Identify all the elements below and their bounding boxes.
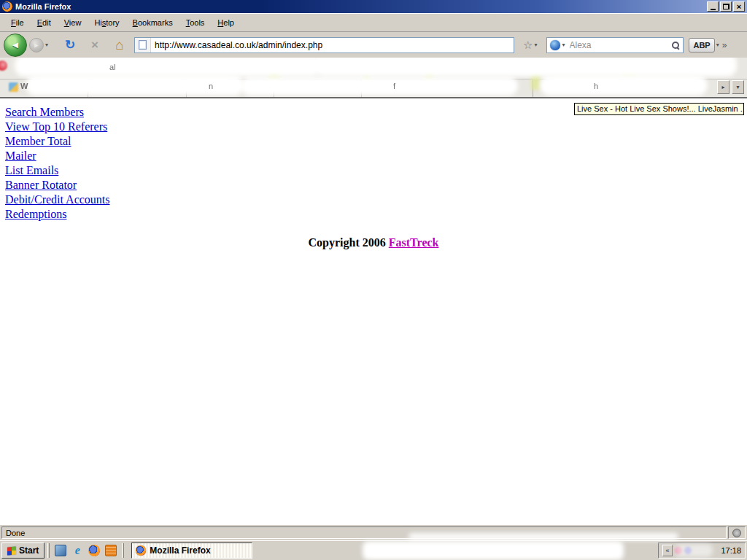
start-label: Start <box>19 545 39 556</box>
url-text[interactable]: http://www.casadeal.co.uk/admin/index.ph… <box>151 40 322 50</box>
bookmarks-and-tabs-band: W al n f h ▸ ▾ <box>0 58 747 98</box>
page-content: Search MembersView Top 10 ReferersMember… <box>0 98 747 524</box>
search-box[interactable]: ▾ Alexa <box>546 37 684 53</box>
start-button[interactable]: Start <box>1 542 44 559</box>
back-icon: ◄ <box>11 39 20 50</box>
tooltip-text: Live Sex - Hot Live Sex Shows!... LiveJa… <box>577 104 744 113</box>
adblock-button[interactable]: ABP <box>689 38 714 52</box>
menu-edit[interactable]: Edit <box>31 16 58 29</box>
firefox-icon[interactable] <box>88 545 100 556</box>
page-link[interactable]: Banner Rotator <box>5 178 110 192</box>
minimize-icon <box>711 9 716 10</box>
search-engine-dropdown[interactable]: ▾ <box>562 42 565 48</box>
page-icon <box>139 40 147 50</box>
firefox-icon <box>136 545 146 556</box>
reload-icon: ↻ <box>65 37 75 52</box>
internet-explorer-icon[interactable] <box>71 545 83 556</box>
redaction-smudge <box>675 544 713 557</box>
favicon-fragment <box>9 82 18 92</box>
copyright-text: Copyright 2006 <box>309 236 389 249</box>
close-button[interactable]: × <box>733 1 745 12</box>
redaction-smudge <box>241 77 518 96</box>
clock: 17:18 <box>721 546 741 555</box>
forward-dropdown[interactable]: ▾ <box>45 42 48 48</box>
search-engine-icon[interactable] <box>550 40 560 50</box>
toolbar-overflow-icon[interactable]: » <box>722 40 727 50</box>
page-link[interactable]: Redemptions <box>5 207 110 222</box>
page-link[interactable]: Debit/Credit Accounts <box>5 192 110 207</box>
tab-text-fragment: n <box>209 82 213 90</box>
favicon-fragment <box>0 61 7 71</box>
quick-launch <box>53 545 119 556</box>
page-link[interactable]: Search Members <box>5 105 110 120</box>
search-input[interactable]: Alexa <box>570 40 672 50</box>
toolbar-separator <box>47 543 50 558</box>
navigation-toolbar: ◄ ► ▾ ↻ × ⌂ http://www.casadeal.co.uk/ad… <box>0 31 747 58</box>
page-link[interactable]: Member Total <box>5 134 110 149</box>
tab-text-fragment: h <box>594 82 598 90</box>
tab-text-fragment: f <box>393 82 395 90</box>
page-links: Search MembersView Top 10 ReferersMember… <box>5 105 110 222</box>
windows-flag-icon <box>7 546 16 555</box>
fasttreck-link[interactable]: FastTreck <box>389 236 439 249</box>
stop-button[interactable]: × <box>86 36 104 54</box>
adblock-dropdown[interactable]: ▾ <box>716 42 719 48</box>
bookmark-text-fragment: al <box>109 63 116 71</box>
menu-file[interactable]: File <box>4 16 31 29</box>
back-button[interactable]: ◄ <box>4 34 27 57</box>
forward-icon: ► <box>34 42 40 49</box>
page-link[interactable]: Mailer <box>5 149 110 163</box>
statusbar-addon-cell[interactable] <box>728 526 746 539</box>
redaction-smudge <box>314 58 737 77</box>
minimize-button[interactable] <box>707 1 719 12</box>
firefox-app-icon <box>2 1 12 12</box>
page-link[interactable]: List Emails <box>5 163 110 178</box>
stop-icon: × <box>91 38 98 52</box>
show-desktop-icon[interactable] <box>55 545 66 556</box>
bookmark-star-icon[interactable]: ☆ <box>523 39 533 52</box>
tooltip: Live Sex - Hot Live Sex Shows!... LiveJa… <box>574 103 744 115</box>
menu-bookmarks[interactable]: Bookmarks <box>126 16 179 29</box>
title-bar: Mozilla Firefox × <box>0 0 747 13</box>
list-all-tabs-button[interactable]: ▾ <box>732 80 744 94</box>
task-button-label: Mozilla Firefox <box>150 545 210 556</box>
menu-history[interactable]: History <box>88 16 125 29</box>
menu-view[interactable]: View <box>58 16 88 29</box>
mail-icon[interactable] <box>105 545 117 556</box>
restore-icon <box>723 4 729 9</box>
home-icon: ⌂ <box>115 37 123 53</box>
search-icon[interactable] <box>671 41 680 50</box>
home-button[interactable]: ⌂ <box>111 36 128 54</box>
menu-tools[interactable]: Tools <box>179 16 212 29</box>
url-dropdown[interactable]: ▾ <box>534 42 537 48</box>
window-title: Mozilla Firefox <box>15 2 705 11</box>
task-button-firefox[interactable]: Mozilla Firefox <box>131 542 252 559</box>
forward-button[interactable]: ► <box>29 38 44 52</box>
restore-button[interactable] <box>720 1 732 12</box>
reload-button[interactable]: ↻ <box>61 36 79 54</box>
menu-bar: FileEditViewHistoryBookmarksToolsHelp <box>0 13 747 31</box>
page-link[interactable]: View Top 10 Referers <box>5 120 110 134</box>
menu-help[interactable]: Help <box>211 16 241 29</box>
toolbar-separator <box>122 543 124 558</box>
site-identity[interactable] <box>135 38 151 52</box>
redaction-smudge <box>409 533 678 540</box>
redaction-smudge <box>540 75 708 96</box>
adblock-label: ABP <box>693 41 710 50</box>
redaction-smudge <box>15 58 321 77</box>
tab-scroll-button[interactable]: ▸ <box>717 80 729 94</box>
redaction-smudge <box>363 541 624 560</box>
tab-text-fragment: W <box>20 82 28 90</box>
url-bar[interactable]: http://www.casadeal.co.uk/admin/index.ph… <box>134 37 514 53</box>
status-text: Done <box>6 529 25 537</box>
tray-expand-button[interactable]: « <box>662 545 673 556</box>
close-icon: × <box>737 3 741 10</box>
adblock-status-icon[interactable] <box>732 529 741 537</box>
copyright-line: Copyright 2006 FastTreck <box>0 236 747 249</box>
